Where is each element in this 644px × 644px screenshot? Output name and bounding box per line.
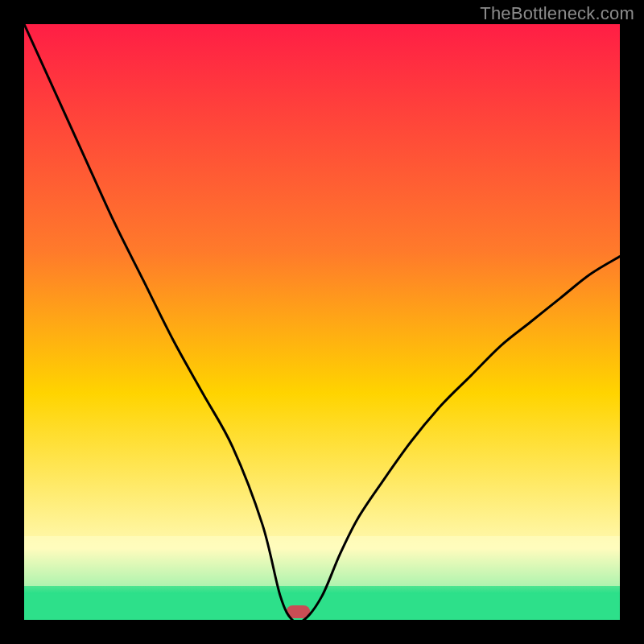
- chart-frame: TheBottleneck.com: [0, 0, 644, 644]
- chart-svg: [24, 24, 620, 620]
- pale-band: [24, 536, 620, 586]
- watermark-text: TheBottleneck.com: [480, 3, 634, 24]
- plot-area: [24, 24, 620, 620]
